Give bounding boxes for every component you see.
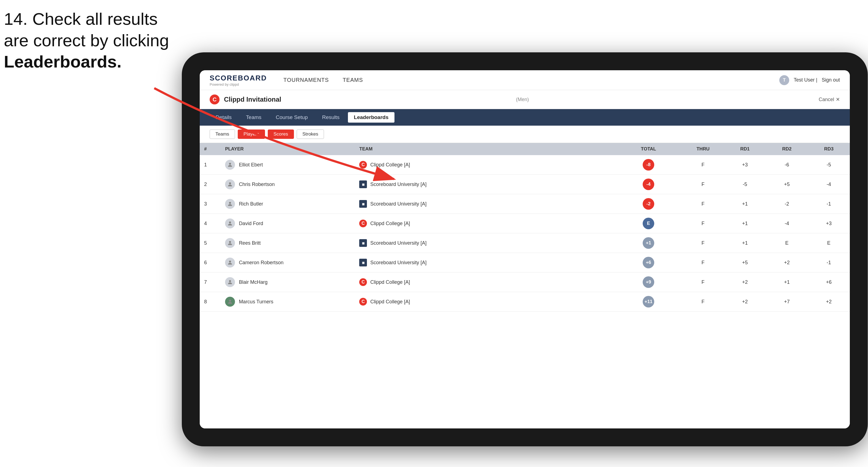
cell-rank: 7 [200,273,221,292]
svg-point-6 [229,261,231,262]
col-header-team: TEAM [355,143,615,155]
cell-rd3: -1 [808,194,850,214]
filter-strokes[interactable]: Strokes [297,129,324,139]
svg-point-7 [229,280,231,282]
player-name: Chris Robertson [239,182,275,187]
cell-rd3: -4 [808,175,850,194]
tournament-subtitle: (Men) [516,97,529,102]
tab-bar: Details Teams Course Setup Results Leade… [200,109,850,126]
cell-total: +1 [615,234,682,253]
leaderboard-table: # PLAYER TEAM TOTAL THRU RD1 RD2 RD3 1El… [200,143,850,429]
player-avatar [225,258,235,268]
table-row: 2Chris Robertson▦Scoreboard University [… [200,175,850,194]
team-name: Clippd College [A] [370,299,410,305]
tab-teams[interactable]: Teams [240,112,268,123]
cell-rd2: +1 [766,273,808,292]
cell-rank: 3 [200,194,221,214]
cell-rd1: +1 [724,234,766,253]
cell-total: +9 [615,273,682,292]
cell-player: Rees Britt [221,234,355,253]
cell-rd2: -6 [766,155,808,175]
user-name: Test User | [794,77,817,83]
cell-rd3: -5 [808,155,850,175]
tab-course-setup[interactable]: Course Setup [270,112,314,123]
player-name: Cameron Robertson [239,260,283,266]
team-logo: C [359,298,367,306]
cancel-button[interactable]: Cancel ✕ [819,96,840,102]
annotation-text: 14. Check all results are correct by cli… [4,8,169,72]
table-row: 4David FordCClippd College [A]EF+1-4+3 [200,214,850,234]
cell-thru: F [682,214,724,234]
nav-tournaments[interactable]: TOURNAMENTS [283,75,329,85]
cell-rd2: E [766,234,808,253]
cell-thru: F [682,253,724,273]
cell-rd3: +6 [808,273,850,292]
svg-point-2 [229,182,231,184]
cell-player: Cameron Robertson [221,253,355,273]
team-name: Scoreboard University [A] [370,260,427,266]
cell-rd1: +2 [724,273,766,292]
cell-rank: 2 [200,175,221,194]
svg-point-8 [229,300,231,302]
col-header-player: PLAYER [221,143,355,155]
tab-leaderboards[interactable]: Leaderboards [348,112,395,123]
sub-header: C Clippd Invitational (Men) Cancel ✕ [200,90,850,109]
col-header-rd3: RD3 [808,143,850,155]
player-avatar [225,277,235,287]
filter-players[interactable]: Players [238,129,265,139]
cell-rank: 6 [200,253,221,273]
cell-player: Chris Robertson [221,175,355,194]
player-name: Elliot Ebert [239,162,263,168]
cell-rank: 4 [200,214,221,234]
nav-links: TOURNAMENTS TEAMS [283,75,779,85]
team-logo: C [359,220,367,227]
cell-team: ▦Scoreboard University [A] [355,253,615,273]
player-avatar [225,179,235,189]
cell-team: CClippd College [A] [355,214,615,234]
cell-thru: F [682,292,724,312]
player-name: Marcus Turners [239,299,273,305]
cell-total: -4 [615,175,682,194]
cell-rd1: +2 [724,292,766,312]
filter-teams[interactable]: Teams [210,129,235,139]
cell-rank: 1 [200,155,221,175]
table-row: 8Marcus TurnersCClippd College [A]+11F+2… [200,292,850,312]
table-row: 3Rich Butler▦Scoreboard University [A]-2… [200,194,850,214]
table-row: 5Rees Britt▦Scoreboard University [A]+1F… [200,234,850,253]
tablet-screen: SCOREBOARD Powered by clippd TOURNAMENTS… [200,70,850,429]
logo-powered: Powered by clippd [210,82,267,87]
tab-details[interactable]: Details [210,112,238,123]
cell-rd3: +2 [808,292,850,312]
top-nav: SCOREBOARD Powered by clippd TOURNAMENTS… [200,70,850,90]
cell-rd1: +5 [724,253,766,273]
team-logo: ▦ [359,200,367,208]
team-logo: C [359,278,367,286]
cell-team: ▦Scoreboard University [A] [355,234,615,253]
col-header-rd2: RD2 [766,143,808,155]
player-name: Rees Britt [239,240,260,246]
cell-team: CClippd College [A] [355,155,615,175]
player-name: Rich Butler [239,201,263,207]
cell-player: Marcus Turners [221,292,355,312]
cell-team: CClippd College [A] [355,292,615,312]
cell-rd2: +2 [766,253,808,273]
cell-rank: 5 [200,234,221,253]
tab-results[interactable]: Results [316,112,345,123]
cell-total: -2 [615,194,682,214]
cell-player: Elliot Ebert [221,155,355,175]
filter-bar: Teams Players Scores Strokes [200,126,850,143]
sign-out-link[interactable]: Sign out [822,77,840,83]
col-header-rd1: RD1 [724,143,766,155]
cell-thru: F [682,194,724,214]
filter-scores[interactable]: Scores [268,129,294,139]
team-name: Scoreboard University [A] [370,240,427,246]
user-avatar: T [779,75,789,85]
col-header-rank: # [200,143,221,155]
cell-rd2: -4 [766,214,808,234]
logo-text: SCOREBOARD [210,74,267,82]
cell-thru: F [682,234,724,253]
player-name: Blair McHarg [239,279,268,285]
svg-point-3 [229,202,231,204]
nav-teams[interactable]: TEAMS [343,75,363,85]
cell-rd3: E [808,234,850,253]
